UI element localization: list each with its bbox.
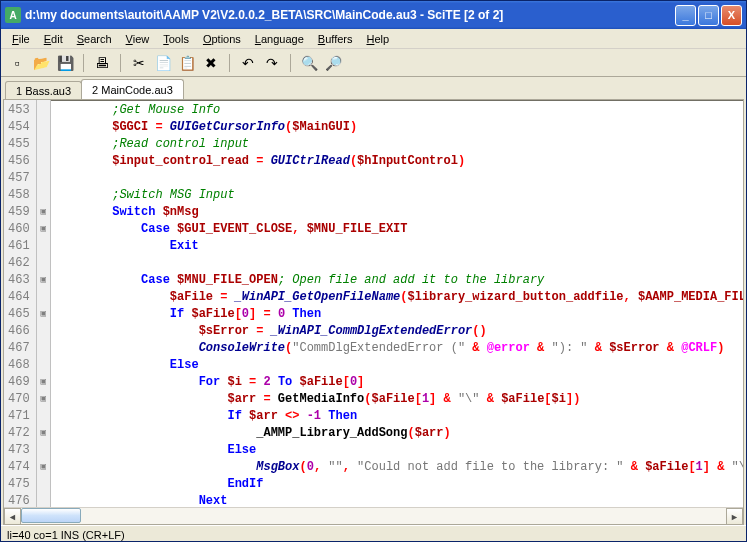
code-line[interactable]: Switch $nMsg bbox=[55, 204, 739, 221]
fold-marker[interactable]: ▣ bbox=[37, 221, 50, 238]
code-line[interactable]: Exit bbox=[55, 238, 739, 255]
code-line[interactable]: ;Get Mouse Info bbox=[55, 102, 739, 119]
close-button[interactable]: X bbox=[721, 5, 742, 26]
line-number: 461 bbox=[8, 238, 30, 255]
code-line[interactable]: EndIf bbox=[55, 476, 739, 493]
line-number: 453 bbox=[8, 102, 30, 119]
tab-2-maincode-au3[interactable]: 2 MainCode.au3 bbox=[81, 79, 184, 99]
line-number: 454 bbox=[8, 119, 30, 136]
maximize-button[interactable]: □ bbox=[698, 5, 719, 26]
line-number: 458 bbox=[8, 187, 30, 204]
fold-marker bbox=[37, 102, 50, 119]
line-number: 472 bbox=[8, 425, 30, 442]
editor: 4534544554564574584594604614624634644654… bbox=[3, 99, 744, 525]
code-line[interactable]: If $arr <> -1 Then bbox=[55, 408, 739, 425]
line-number: 463 bbox=[8, 272, 30, 289]
fold-marker bbox=[37, 323, 50, 340]
code-line[interactable]: $aFile = _WinAPI_GetOpenFileName($librar… bbox=[55, 289, 739, 306]
scroll-thumb[interactable] bbox=[21, 508, 81, 523]
fold-marker bbox=[37, 408, 50, 425]
open-icon[interactable]: 📂 bbox=[31, 53, 51, 73]
fold-marker bbox=[37, 238, 50, 255]
paste-icon[interactable]: 📋 bbox=[177, 53, 197, 73]
line-number: 462 bbox=[8, 255, 30, 272]
statusbar: li=40 co=1 INS (CR+LF) bbox=[1, 525, 746, 542]
line-number: 470 bbox=[8, 391, 30, 408]
toolbar-separator bbox=[120, 54, 121, 72]
find-icon[interactable]: 🔍 bbox=[299, 53, 319, 73]
code-line[interactable]: Case $MNU_FILE_OPEN; Open file and add i… bbox=[55, 272, 739, 289]
line-number: 469 bbox=[8, 374, 30, 391]
line-number: 474 bbox=[8, 459, 30, 476]
code-line[interactable]: ;Read control input bbox=[55, 136, 739, 153]
fold-marker bbox=[37, 170, 50, 187]
code-line[interactable] bbox=[55, 255, 739, 272]
menu-language[interactable]: Language bbox=[248, 31, 311, 47]
menu-tools[interactable]: Tools bbox=[156, 31, 196, 47]
code-line[interactable]: Next bbox=[55, 493, 739, 507]
line-number: 467 bbox=[8, 340, 30, 357]
undo-icon[interactable]: ↶ bbox=[238, 53, 258, 73]
fold-marker bbox=[37, 357, 50, 374]
fold-margin[interactable]: ▣▣▣▣▣▣▣▣ bbox=[37, 100, 51, 507]
menu-options[interactable]: Options bbox=[196, 31, 248, 47]
code-line[interactable]: $arr = GetMediaInfo($aFile[1] & "\" & $a… bbox=[55, 391, 739, 408]
minimize-button[interactable]: _ bbox=[675, 5, 696, 26]
scroll-track[interactable] bbox=[21, 508, 726, 524]
redo-icon[interactable]: ↷ bbox=[262, 53, 282, 73]
horizontal-scrollbar[interactable]: ◄ ► bbox=[4, 507, 743, 524]
code-line[interactable]: $sError = _WinAPI_CommDlgExtendedError() bbox=[55, 323, 739, 340]
fold-marker bbox=[37, 153, 50, 170]
toolbar-separator bbox=[83, 54, 84, 72]
cut-icon[interactable]: ✂ bbox=[129, 53, 149, 73]
scroll-right-button[interactable]: ► bbox=[726, 508, 743, 525]
menu-buffers[interactable]: Buffers bbox=[311, 31, 360, 47]
fold-marker[interactable]: ▣ bbox=[37, 391, 50, 408]
fold-marker[interactable]: ▣ bbox=[37, 374, 50, 391]
replace-icon[interactable]: 🔎 bbox=[323, 53, 343, 73]
line-number: 473 bbox=[8, 442, 30, 459]
fold-marker bbox=[37, 119, 50, 136]
line-number: 475 bbox=[8, 476, 30, 493]
menu-file[interactable]: File bbox=[5, 31, 37, 47]
line-number: 464 bbox=[8, 289, 30, 306]
fold-marker[interactable]: ▣ bbox=[37, 306, 50, 323]
save-icon[interactable]: 💾 bbox=[55, 53, 75, 73]
code-line[interactable]: MsgBox(0, "", "Could not add file to the… bbox=[55, 459, 739, 476]
tab-1-bass-au3[interactable]: 1 Bass.au3 bbox=[5, 81, 82, 99]
new-icon[interactable]: ▫ bbox=[7, 53, 27, 73]
fold-marker[interactable]: ▣ bbox=[37, 459, 50, 476]
code-line[interactable]: Case $GUI_EVENT_CLOSE, $MNU_FILE_EXIT bbox=[55, 221, 739, 238]
code-line[interactable]: ConsoleWrite("CommDlgExtendedError (" & … bbox=[55, 340, 739, 357]
app-icon: A bbox=[5, 7, 21, 23]
code-line[interactable]: $GGCI = GUIGetCursorInfo($MainGUI) bbox=[55, 119, 739, 136]
fold-marker[interactable]: ▣ bbox=[37, 204, 50, 221]
fold-marker bbox=[37, 493, 50, 507]
menu-help[interactable]: Help bbox=[359, 31, 396, 47]
code-area[interactable]: ;Get Mouse Info $GGCI = GUIGetCursorInfo… bbox=[51, 100, 743, 507]
code-line[interactable] bbox=[55, 170, 739, 187]
menu-view[interactable]: View bbox=[119, 31, 157, 47]
line-number: 460 bbox=[8, 221, 30, 238]
code-line[interactable]: $input_control_read = GUICtrlRead($hInpu… bbox=[55, 153, 739, 170]
print-icon[interactable]: 🖶 bbox=[92, 53, 112, 73]
copy-icon[interactable]: 📄 bbox=[153, 53, 173, 73]
code-line[interactable]: ;Switch MSG Input bbox=[55, 187, 739, 204]
fold-marker bbox=[37, 340, 50, 357]
code-line[interactable]: Else bbox=[55, 357, 739, 374]
menu-search[interactable]: Search bbox=[70, 31, 119, 47]
delete-icon[interactable]: ✖ bbox=[201, 53, 221, 73]
code-line[interactable]: If $aFile[0] = 0 Then bbox=[55, 306, 739, 323]
line-number: 455 bbox=[8, 136, 30, 153]
fold-marker bbox=[37, 289, 50, 306]
scroll-left-button[interactable]: ◄ bbox=[4, 508, 21, 525]
code-line[interactable]: For $i = 2 To $aFile[0] bbox=[55, 374, 739, 391]
titlebar: A d:\my documents\autoit\AAMP V2\V2.0.0.… bbox=[1, 1, 746, 29]
code-line[interactable]: _AMMP_Library_AddSong($arr) bbox=[55, 425, 739, 442]
menu-edit[interactable]: Edit bbox=[37, 31, 70, 47]
line-number: 466 bbox=[8, 323, 30, 340]
fold-marker[interactable]: ▣ bbox=[37, 272, 50, 289]
fold-marker bbox=[37, 476, 50, 493]
code-line[interactable]: Else bbox=[55, 442, 739, 459]
fold-marker[interactable]: ▣ bbox=[37, 425, 50, 442]
